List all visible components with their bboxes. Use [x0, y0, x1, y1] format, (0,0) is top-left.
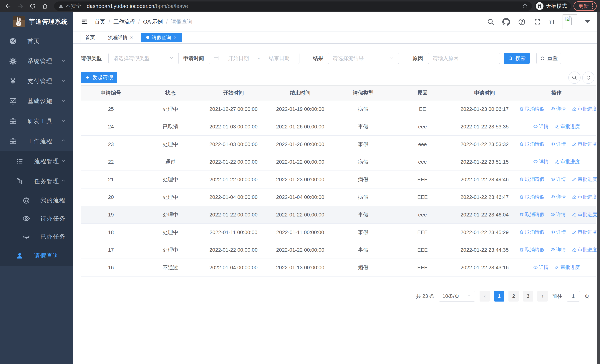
table-refresh-button[interactable] [582, 72, 594, 84]
page-size-select[interactable]: 10条/页 [439, 291, 475, 301]
fullscreen-icon[interactable] [533, 18, 542, 26]
back-button[interactable] [3, 1, 13, 11]
home-button[interactable] [40, 1, 50, 11]
cell-actions: 取消请假 详情 审批进度 [517, 224, 596, 241]
cancel-leave-link[interactable]: 取消请假 [519, 176, 544, 183]
eye-closed-icon [22, 233, 30, 241]
tab-process-detail[interactable]: 流程详情 × [103, 33, 138, 42]
create-leave-button[interactable]: 发起请假 [81, 72, 117, 83]
cancel-leave-link[interactable]: 取消请假 [519, 106, 544, 112]
breadcrumb-home[interactable]: 首页 [94, 18, 105, 26]
tab-leave-query[interactable]: 请假查询 × [141, 33, 182, 42]
address-bar[interactable]: 不安全 dashboard.yudao.iocoder.cn/bpm/oa/le… [54, 1, 532, 11]
detail-link[interactable]: 详情 [533, 159, 549, 165]
reset-button[interactable]: 重置 [536, 53, 561, 64]
approval-progress-link[interactable]: 审批进度 [572, 176, 597, 183]
bookmark-star-icon[interactable] [522, 3, 528, 10]
cancel-leave-link[interactable]: 取消请假 [519, 246, 544, 253]
cell-status: 处理中 [141, 224, 200, 241]
detail-link[interactable]: 详情 [550, 176, 566, 183]
arrow-right-icon [17, 3, 24, 9]
detail-link[interactable]: 详情 [550, 141, 566, 147]
page-button-1[interactable]: 1 [494, 291, 504, 301]
leave-type-select[interactable]: 请选择请假类型 [108, 53, 179, 64]
sidebar-item-workflow[interactable]: 工作流程 [0, 131, 73, 151]
approval-progress-link[interactable]: 审批进度 [554, 264, 580, 271]
chrome-menu-icon[interactable] [592, 3, 593, 9]
cancel-leave-link[interactable]: 取消请假 [519, 194, 544, 200]
cell-apply-time: 2022-01-22 23:46:04 [452, 206, 517, 224]
search-button[interactable]: 搜索 [504, 53, 530, 64]
approval-progress-link[interactable]: 审批进度 [554, 159, 580, 165]
help-icon[interactable] [517, 18, 526, 26]
detail-link[interactable]: 详情 [550, 211, 566, 218]
cancel-leave-link[interactable]: 取消请假 [519, 141, 544, 147]
cell-actions: 取消请假 详情 审批进度 [517, 171, 596, 188]
approval-progress-link[interactable]: 审批进度 [572, 194, 597, 200]
next-page-button[interactable]: › [537, 291, 548, 301]
close-icon[interactable]: × [130, 35, 133, 40]
approval-progress-link[interactable]: 审批进度 [572, 246, 597, 253]
chevron-down-icon[interactable] [585, 20, 590, 23]
breadcrumb-oa-demo[interactable]: OA 示例 [143, 18, 163, 26]
font-size-icon[interactable]: тT [549, 18, 555, 25]
detail-link[interactable]: 详情 [550, 229, 566, 235]
chevron-down-icon [61, 158, 66, 165]
date-range-picker[interactable]: 开始日期 - 结束日期 [209, 53, 300, 64]
action-label: 审批进度 [578, 246, 597, 253]
search-icon[interactable] [487, 18, 495, 26]
cell-leave-type: 病假 [334, 171, 393, 188]
sidebar-item-my-process[interactable]: 我的流程 [0, 191, 73, 209]
sidebar-item-label: 基础设施 [28, 97, 53, 105]
not-secure-warning[interactable]: 不安全 [58, 3, 81, 10]
sidebar-item-home[interactable]: 首页 [0, 31, 73, 51]
sidebar-item-task-mgmt[interactable]: 任务管理 [0, 171, 73, 191]
github-icon[interactable] [502, 18, 510, 26]
col-header-start: 开始时间 [200, 85, 267, 100]
reason-input[interactable] [428, 53, 500, 64]
page-button-2[interactable]: 2 [508, 291, 519, 301]
table-search-toggle-button[interactable] [568, 72, 581, 84]
sidebar-item-done-tasks[interactable]: 已办任务 [0, 228, 73, 246]
detail-link[interactable]: 详情 [533, 264, 549, 271]
approval-progress-link[interactable]: 审批进度 [554, 123, 580, 130]
reload-button[interactable] [28, 1, 38, 11]
forward-button[interactable] [16, 1, 25, 11]
cell-apply-time: 2022-01-23 00:06:17 [452, 100, 517, 118]
breadcrumb-workflow[interactable]: 工作流程 [113, 18, 135, 26]
cancel-leave-link[interactable]: 取消请假 [519, 229, 544, 235]
detail-link[interactable]: 详情 [550, 194, 566, 200]
tab-home[interactable]: 首页 [80, 33, 100, 42]
approval-progress-link[interactable]: 审批进度 [572, 229, 597, 235]
sidebar-item-leave-query[interactable]: 请假查询 [0, 246, 73, 266]
cell-leave-type: 病假 [334, 153, 393, 171]
sidebar-item-infra[interactable]: 基础设施 [0, 91, 73, 111]
app-logo-row[interactable]: 芋道管理系统 [0, 12, 73, 31]
page-button-3[interactable]: 3 [523, 291, 533, 301]
col-header-type: 请假类型 [334, 85, 393, 100]
sidebar-item-pay[interactable]: 支付管理 [0, 71, 73, 91]
filter-form: 请假类型 请选择请假类型 申请时间 开始日期 - 结束日期 结果 请选择流结果 [81, 53, 561, 64]
pen-icon [554, 265, 559, 270]
detail-link[interactable]: 详情 [550, 246, 566, 253]
result-select[interactable]: 请选择流结果 [328, 53, 399, 64]
approval-progress-link[interactable]: 审批进度 [572, 141, 597, 147]
cell-end-time: 2022-01-19 00:00:00 [267, 100, 334, 118]
leave-table: 申请编号 状态 开始时间 结束时间 请假类型 原因 申请时间 操作 25 处理中… [81, 85, 596, 277]
chrome-update-button[interactable]: 更新 [573, 1, 597, 11]
sidebar-item-todo-tasks[interactable]: 待办任务 [0, 209, 73, 228]
plus-icon [85, 75, 90, 80]
sidebar-item-system[interactable]: 系统管理 [0, 51, 73, 71]
cancel-leave-link[interactable]: 取消请假 [519, 211, 544, 218]
detail-link[interactable]: 详情 [550, 106, 566, 112]
detail-link[interactable]: 详情 [533, 123, 549, 130]
sidebar-item-process-mgmt[interactable]: 流程管理 [0, 151, 73, 171]
avatar[interactable] [562, 14, 577, 29]
collapse-sidebar-icon[interactable] [80, 18, 89, 26]
sidebar-item-dev[interactable]: 研发工具 [0, 111, 73, 131]
approval-progress-link[interactable]: 审批进度 [572, 211, 597, 218]
approval-progress-link[interactable]: 审批进度 [572, 106, 597, 112]
close-icon[interactable]: × [174, 35, 176, 40]
goto-page-input[interactable] [567, 291, 580, 301]
prev-page-button[interactable]: ‹ [479, 291, 490, 301]
